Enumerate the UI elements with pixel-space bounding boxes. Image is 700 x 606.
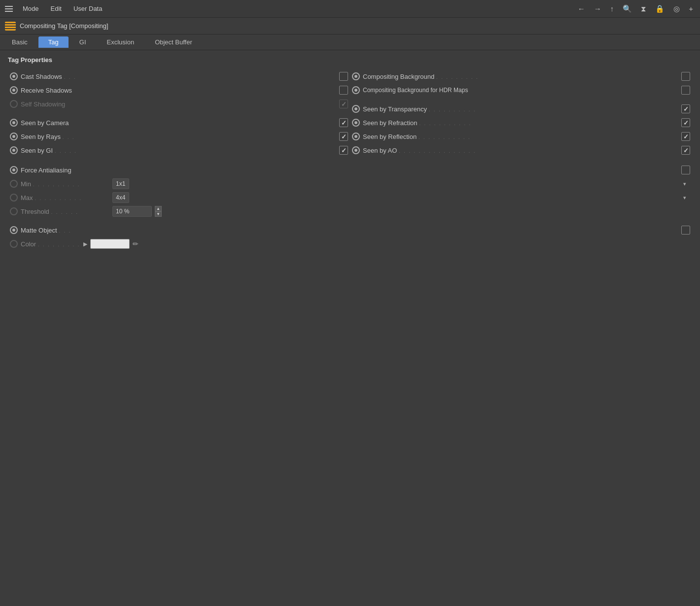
menu-mode[interactable]: Mode bbox=[21, 4, 41, 13]
tab-gi[interactable]: GI bbox=[70, 36, 96, 48]
seen-by-ao-row: Seen by AO . . . . . . . . . . . . . . .… bbox=[350, 143, 692, 157]
color-expand-icon[interactable]: ▶ bbox=[83, 241, 87, 247]
threshold-input[interactable] bbox=[112, 206, 152, 217]
threshold-up-btn[interactable]: ▲ bbox=[155, 206, 162, 211]
receive-shadows-row: Receive Shadows bbox=[8, 83, 350, 97]
filter-icon[interactable]: ⧗ bbox=[639, 3, 648, 14]
seen-by-gi-row: Seen by GI . . . . . bbox=[8, 143, 350, 157]
min-row: Min . . . . . . . . . . 1x1 2x2 4x4 bbox=[8, 177, 692, 191]
self-shadowing-label: Self Shadowing bbox=[21, 101, 336, 108]
receive-shadows-checkbox[interactable] bbox=[339, 86, 348, 95]
seen-by-transparency-row: Seen by Transparency . . . . . . . . . . bbox=[350, 102, 692, 116]
min-radio[interactable] bbox=[10, 180, 18, 188]
seen-by-transparency-label: Seen by Transparency . . . . . . . . . . bbox=[363, 105, 678, 113]
tab-object-buffer[interactable]: Object Buffer bbox=[145, 36, 202, 48]
left-properties: Cast Shadows . . . Receive Shadows Self … bbox=[8, 69, 350, 157]
threshold-spinner: ▲ ▼ bbox=[155, 206, 162, 217]
seen-by-rays-checkbox[interactable] bbox=[339, 132, 348, 141]
receive-shadows-radio[interactable] bbox=[10, 86, 18, 94]
color-swatch[interactable] bbox=[90, 239, 130, 249]
seen-by-gi-radio[interactable] bbox=[10, 146, 18, 154]
toolbar-right: ← → ↑ 🔍 ⧗ 🔒 ◎ + bbox=[576, 3, 695, 14]
up-btn[interactable]: ↑ bbox=[608, 3, 616, 14]
threshold-down-btn[interactable]: ▼ bbox=[155, 211, 162, 217]
matte-object-checkbox[interactable] bbox=[681, 226, 690, 235]
seen-by-rays-radio[interactable] bbox=[10, 133, 18, 140]
receive-shadows-label: Receive Shadows bbox=[21, 87, 336, 94]
seen-by-transparency-checkbox[interactable] bbox=[681, 104, 690, 113]
seen-by-camera-checkbox[interactable] bbox=[339, 118, 348, 127]
max-radio[interactable] bbox=[10, 194, 18, 202]
comp-bg-hdr-checkbox[interactable] bbox=[681, 86, 690, 95]
seen-by-ao-checkbox[interactable] bbox=[681, 146, 690, 155]
comp-bg-hdr-radio[interactable] bbox=[352, 86, 360, 94]
color-row: Color . . . . . . . . . ▶ ✏ bbox=[8, 237, 692, 251]
eyedropper-icon[interactable]: ✏ bbox=[133, 240, 139, 248]
seen-by-gi-label: Seen by GI . . . . . bbox=[21, 147, 336, 154]
max-dropdown[interactable]: 1x1 2x2 4x4 8x8 bbox=[112, 192, 129, 203]
tab-exclusion[interactable]: Exclusion bbox=[97, 36, 144, 48]
cast-shadows-checkbox[interactable] bbox=[339, 72, 348, 81]
comp-bg-label: Compositing Background . . . . . . . . . bbox=[363, 73, 678, 80]
threshold-radio[interactable] bbox=[10, 207, 18, 215]
self-shadowing-checkbox[interactable] bbox=[339, 100, 348, 108]
seen-by-camera-row: Seen by Camera bbox=[8, 116, 350, 130]
cast-shadows-radio[interactable] bbox=[10, 72, 18, 80]
comp-bg-row: Compositing Background . . . . . . . . . bbox=[350, 69, 692, 83]
menu-bar: Mode Edit User Data ← → ↑ 🔍 ⧗ 🔒 ◎ + bbox=[0, 0, 700, 18]
seen-by-ao-radio[interactable] bbox=[352, 146, 360, 154]
force-antialiasing-checkbox[interactable] bbox=[681, 166, 690, 174]
seen-by-reflection-checkbox[interactable] bbox=[681, 132, 690, 141]
seen-by-camera-radio[interactable] bbox=[10, 119, 18, 127]
compositing-tag-icon bbox=[5, 22, 16, 31]
force-antialiasing-radio[interactable] bbox=[10, 166, 18, 174]
tabs-bar: Basic Tag GI Exclusion Object Buffer bbox=[0, 34, 700, 50]
force-antialiasing-row: Force Antialiasing bbox=[8, 163, 692, 177]
seen-by-camera-label: Seen by Camera bbox=[21, 119, 336, 127]
seen-by-refraction-row: Seen by Refraction . . . . . . . . . . . bbox=[350, 116, 692, 130]
max-label: Max . . . . . . . . . . bbox=[21, 194, 109, 202]
self-shadowing-row: Self Shadowing bbox=[8, 97, 350, 111]
back-btn[interactable]: ← bbox=[576, 3, 587, 14]
comp-bg-radio[interactable] bbox=[352, 72, 360, 80]
menu-user-data[interactable]: User Data bbox=[71, 4, 105, 13]
seen-by-reflection-radio[interactable] bbox=[352, 133, 360, 140]
seen-by-ao-label: Seen by AO . . . . . . . . . . . . . . .… bbox=[363, 147, 678, 154]
seen-by-gi-checkbox[interactable] bbox=[339, 146, 348, 155]
max-row: Max . . . . . . . . . . 1x1 2x2 4x4 8x8 bbox=[8, 191, 692, 204]
seen-by-refraction-checkbox[interactable] bbox=[681, 118, 690, 127]
comp-bg-hdr-row: Compositing Background for HDR Maps bbox=[350, 83, 692, 97]
window-title: Compositing Tag [Compositing] bbox=[20, 22, 108, 30]
tab-basic[interactable]: Basic bbox=[2, 36, 37, 48]
forward-btn[interactable]: → bbox=[592, 3, 603, 14]
hamburger-menu[interactable] bbox=[5, 6, 13, 12]
min-dropdown[interactable]: 1x1 2x2 4x4 bbox=[112, 178, 129, 189]
menu-edit[interactable]: Edit bbox=[49, 4, 64, 13]
comp-bg-checkbox[interactable] bbox=[681, 72, 690, 81]
self-shadowing-radio[interactable] bbox=[10, 100, 18, 108]
color-label: Color . . . . . . . . . bbox=[21, 240, 80, 248]
title-bar: Compositing Tag [Compositing] bbox=[0, 18, 700, 34]
threshold-label: Threshold . . . . . . bbox=[21, 208, 109, 215]
seen-by-transparency-radio[interactable] bbox=[352, 105, 360, 113]
max-dropdown-wrapper: 1x1 2x2 4x4 8x8 bbox=[112, 192, 690, 203]
add-icon[interactable]: + bbox=[687, 3, 695, 14]
matte-object-label: Matte Object . . . bbox=[21, 227, 678, 234]
info-icon[interactable]: ◎ bbox=[671, 3, 682, 14]
seen-by-refraction-label: Seen by Refraction . . . . . . . . . . . bbox=[363, 119, 678, 127]
section-title: Tag Properties bbox=[8, 56, 692, 64]
tab-tag[interactable]: Tag bbox=[38, 36, 69, 48]
min-dropdown-wrapper: 1x1 2x2 4x4 bbox=[112, 178, 690, 189]
seen-by-rays-label: Seen by Rays . . . bbox=[21, 133, 336, 140]
min-label: Min . . . . . . . . . . bbox=[21, 180, 109, 188]
cast-shadows-label: Cast Shadows . . . bbox=[21, 73, 336, 80]
cast-shadows-row: Cast Shadows . . . bbox=[8, 69, 350, 83]
matte-object-radio[interactable] bbox=[10, 226, 18, 234]
color-radio[interactable] bbox=[10, 240, 18, 248]
seen-by-refraction-radio[interactable] bbox=[352, 119, 360, 127]
right-properties: Compositing Background . . . . . . . . .… bbox=[350, 69, 692, 157]
force-antialiasing-label: Force Antialiasing bbox=[21, 167, 678, 174]
comp-bg-hdr-label: Compositing Background for HDR Maps bbox=[363, 87, 678, 94]
lock-icon[interactable]: 🔒 bbox=[653, 3, 666, 14]
search-icon[interactable]: 🔍 bbox=[621, 3, 634, 14]
